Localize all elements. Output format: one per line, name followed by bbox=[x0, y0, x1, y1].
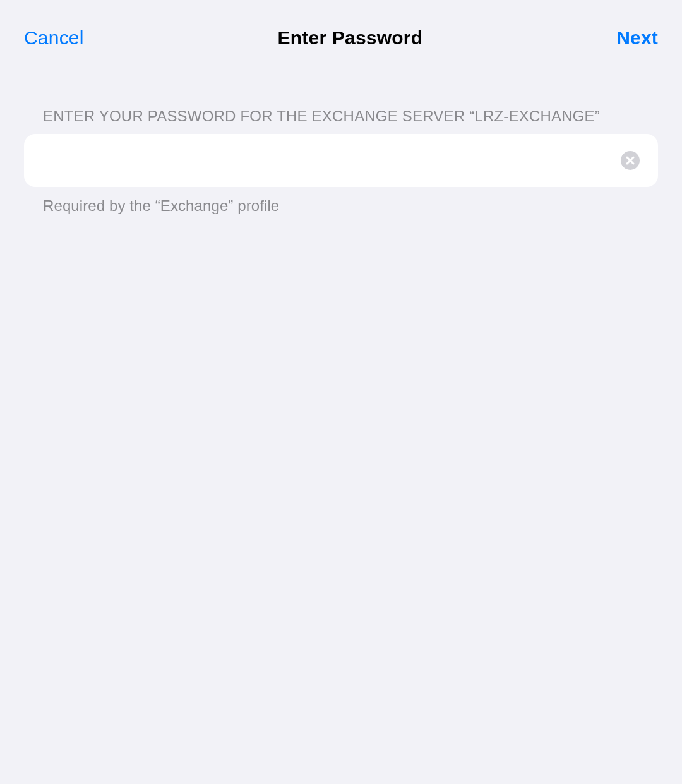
password-input[interactable] bbox=[43, 134, 610, 187]
clear-circle-icon bbox=[621, 151, 640, 170]
password-field-row bbox=[24, 134, 658, 187]
content-area: ENTER YOUR PASSWORD FOR THE EXCHANGE SER… bbox=[0, 56, 682, 215]
modal-title: Enter Password bbox=[84, 27, 617, 49]
section-header-label: ENTER YOUR PASSWORD FOR THE EXCHANGE SER… bbox=[24, 107, 658, 134]
cancel-button[interactable]: Cancel bbox=[24, 27, 84, 49]
next-button[interactable]: Next bbox=[616, 27, 658, 49]
clear-input-button[interactable] bbox=[620, 150, 640, 171]
section-footer-label: Required by the “Exchange” profile bbox=[24, 187, 658, 215]
modal-header: Cancel Enter Password Next bbox=[0, 0, 682, 56]
